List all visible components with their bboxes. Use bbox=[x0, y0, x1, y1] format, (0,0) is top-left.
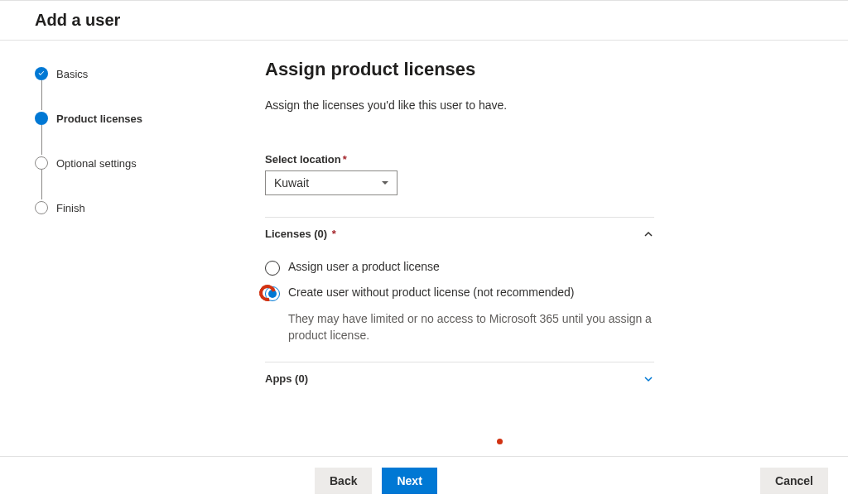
chevron-down-icon bbox=[643, 373, 654, 385]
circle-icon bbox=[35, 201, 48, 214]
step-label: Optional settings bbox=[56, 157, 137, 170]
location-select[interactable]: Kuwait bbox=[265, 170, 398, 195]
radio-assign-license[interactable]: Assign user a product license bbox=[265, 260, 654, 276]
step-label: Product licenses bbox=[56, 113, 142, 125]
apps-toggle[interactable]: Apps (0) bbox=[265, 372, 654, 385]
step-finish[interactable]: Finish bbox=[35, 199, 232, 216]
cancel-button[interactable]: Cancel bbox=[760, 468, 828, 494]
licenses-section: Licenses (0) * Assign user a product lic… bbox=[265, 217, 654, 362]
radio-without-license[interactable]: Create user without product license (not… bbox=[265, 286, 654, 301]
radio-icon[interactable] bbox=[265, 261, 280, 276]
step-label: Finish bbox=[56, 202, 85, 214]
step-product-licenses[interactable]: Product licenses bbox=[35, 110, 232, 127]
page-title: Add a user bbox=[35, 11, 848, 30]
wizard-body: Basics Product licenses Optional setting… bbox=[0, 41, 848, 457]
location-label: Select location* bbox=[265, 153, 815, 166]
main-subtitle: Assign the licenses you'd like this user… bbox=[265, 98, 815, 112]
back-button[interactable]: Back bbox=[315, 468, 372, 494]
wizard-footer: Back Next Cancel bbox=[0, 456, 848, 504]
location-value: Kuwait bbox=[274, 176, 309, 190]
licenses-toggle[interactable]: Licenses (0) * bbox=[265, 228, 654, 240]
next-button[interactable]: Next bbox=[382, 468, 436, 494]
check-icon bbox=[35, 67, 48, 80]
step-basics[interactable]: Basics bbox=[35, 65, 232, 82]
radio-icon[interactable] bbox=[265, 286, 280, 301]
wizard-header: Add a user bbox=[0, 0, 848, 41]
wizard-stepper: Basics Product licenses Optional setting… bbox=[0, 41, 232, 457]
apps-section: Apps (0) bbox=[265, 362, 654, 393]
main-panel: Assign product licenses Assign the licen… bbox=[232, 41, 848, 457]
radio-description: They may have limited or no access to Mi… bbox=[288, 311, 654, 343]
circle-icon bbox=[35, 156, 48, 170]
section-title: Licenses (0) * bbox=[265, 228, 336, 240]
main-heading: Assign product licenses bbox=[265, 59, 815, 80]
license-radio-group: Assign user a product license Create use… bbox=[265, 260, 654, 343]
dot-icon bbox=[35, 112, 48, 125]
step-label: Basics bbox=[56, 68, 88, 80]
chevron-up-icon bbox=[643, 228, 654, 240]
chevron-down-icon bbox=[380, 178, 390, 188]
section-title: Apps (0) bbox=[265, 372, 308, 385]
step-optional-settings[interactable]: Optional settings bbox=[35, 155, 232, 171]
